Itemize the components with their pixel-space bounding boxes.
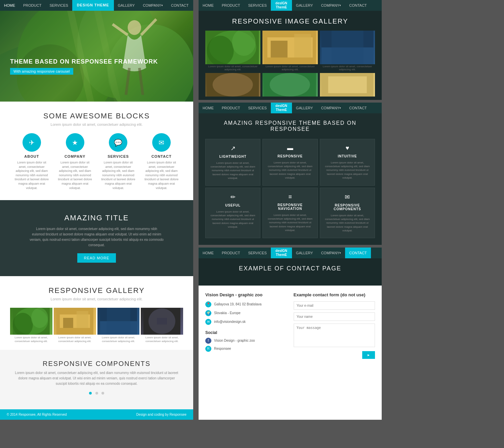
email-dot: ✉ bbox=[205, 319, 211, 325]
dot-3[interactable] bbox=[101, 392, 104, 395]
rp-cap-3: Lorem ipsum dolor sit amet, consectetuer… bbox=[320, 65, 375, 71]
name-input[interactable] bbox=[294, 312, 375, 321]
company-title: COMPANY bbox=[56, 154, 93, 158]
contact-page-panel: HOME PRODUCT SERVICES desIGNThemE GALLER… bbox=[199, 248, 382, 366]
rp-gallery-img-3[interactable] bbox=[320, 31, 375, 64]
feature-nav: ≡ RESPONSIVE NAVIGATION Lorem ipsum dolo… bbox=[262, 188, 318, 238]
features-page-panel: HOME PRODUCT SERVICES desIGNThemE GALLER… bbox=[199, 103, 382, 245]
rp-nav-home-3[interactable]: HOME bbox=[199, 248, 218, 258]
gallery-img-3[interactable] bbox=[97, 308, 140, 335]
contact-info-block: Vision Design - graphic zoo 📍 Gallayova … bbox=[205, 292, 287, 359]
gallery-section: RESPONSIVE GALLERY Lorem ipsum dolor sit… bbox=[0, 276, 193, 350]
services-title: SERVICES bbox=[100, 154, 137, 158]
blocks-heading: SOME AWESOME BLOCKS bbox=[10, 112, 183, 120]
contact-icon: ✉ bbox=[152, 133, 171, 152]
rp-gallery-bottom-row bbox=[205, 73, 375, 97]
nav-desc: Lorem ipsum dolor sit amet, consectetuer… bbox=[266, 213, 314, 232]
svg-point-34 bbox=[213, 73, 253, 97]
gallery-col-1: Lorem ipsum dolor sit amet, consectetuer… bbox=[10, 308, 52, 343]
rp-nav-product-1[interactable]: PRODUCT bbox=[218, 0, 244, 11]
svg-rect-28 bbox=[271, 41, 288, 58]
dot-2[interactable] bbox=[95, 392, 98, 395]
responsive-title: RESPONSIVE bbox=[266, 154, 314, 158]
features-heading: AMAZING RESPONSIVE THEME BASED ON RESPON… bbox=[205, 120, 375, 132]
social-responsee: Responsee bbox=[214, 347, 231, 350]
about-title: ABOUT bbox=[13, 154, 50, 158]
read-more-button[interactable]: READ MORE bbox=[77, 253, 116, 263]
gallery-img-2[interactable] bbox=[54, 308, 96, 335]
useful-desc: Lorem ipsum dolor sit amet, consectetuer… bbox=[209, 210, 257, 229]
rp-gallery-img-4[interactable] bbox=[205, 73, 260, 97]
hero-section: THEME BASED ON RESPONSEE FRAMEWORK With … bbox=[0, 11, 193, 102]
rp-img-svg-2 bbox=[262, 31, 318, 64]
gallery-svg-2 bbox=[54, 308, 96, 335]
nav-design-theme[interactable]: DESIGN THEME bbox=[72, 0, 114, 11]
rp-nav-product-3[interactable]: PRODUCT bbox=[218, 248, 244, 258]
footer-left: © 2014 Responsee, All Rights Reserved bbox=[7, 413, 67, 416]
left-nav: HOME PRODUCT SERVICES DESIGN THEME GALLE… bbox=[0, 0, 193, 11]
contact-body-content: Vision Design - graphic zoo 📍 Gallayova … bbox=[199, 286, 382, 366]
panel-spacer-1 bbox=[199, 100, 382, 103]
rp-nav-1: HOME PRODUCT SERVICES desIGNThemE GALLER… bbox=[199, 0, 382, 11]
rp-nav-services-1[interactable]: SERVICES bbox=[244, 0, 270, 11]
contact-form-block: Example contact form (do not use) ► bbox=[294, 292, 375, 359]
gallery-page-panel: HOME PRODUCT SERVICES desIGNThemE GALLER… bbox=[199, 0, 382, 100]
intuitive-title: INTUITIVE bbox=[324, 154, 371, 158]
rp-nav-services-2[interactable]: SERVICES bbox=[244, 103, 270, 113]
dot-1[interactable] bbox=[89, 392, 92, 395]
rp-nav-theme-3[interactable]: desIGNThemE bbox=[271, 248, 292, 258]
rp-nav-company-3[interactable]: COMPANY bbox=[317, 248, 345, 258]
intuitive-icon: ♥ bbox=[324, 145, 371, 152]
services-desc: Lorem ipsum dolor sit amet, consectetuer… bbox=[100, 160, 137, 190]
rp-nav-theme-1[interactable]: desIGNThemE bbox=[271, 0, 292, 11]
message-textarea[interactable] bbox=[294, 324, 375, 347]
rp-nav-gallery-2[interactable]: GALLERY bbox=[292, 103, 317, 113]
country-dot: 🌍 bbox=[205, 310, 211, 316]
dark-heading: AMAZING TITLE bbox=[10, 214, 183, 222]
gallery-img-4[interactable] bbox=[141, 308, 183, 335]
nav-home[interactable]: HOME bbox=[0, 0, 19, 11]
rp-nav-2: HOME PRODUCT SERVICES desIGNThemE GALLER… bbox=[199, 103, 382, 113]
footer-right: Design and coding by Responsee bbox=[136, 413, 186, 416]
rp-nav-services-3[interactable]: SERVICES bbox=[244, 248, 270, 258]
rp-nav-contact-2[interactable]: CONTACT bbox=[345, 103, 371, 113]
rp-nav-company-1[interactable]: COMPANY bbox=[317, 0, 345, 11]
svg-rect-18 bbox=[107, 308, 130, 335]
rp-nav-gallery-1[interactable]: GALLERY bbox=[292, 0, 317, 11]
email-input[interactable] bbox=[294, 301, 375, 310]
rp-gallery-img-1[interactable] bbox=[205, 31, 260, 64]
rp-nav-home-2[interactable]: HOME bbox=[199, 103, 218, 113]
facebook-icon: f bbox=[205, 338, 211, 344]
rp-nav-theme-2[interactable]: desIGNThemE bbox=[271, 103, 292, 113]
rp-gallery-img-5[interactable] bbox=[262, 73, 318, 97]
nav-contact[interactable]: CONTACT bbox=[167, 0, 193, 11]
rp-img-svg-4 bbox=[205, 73, 260, 97]
rp-nav-contact-1[interactable]: CONTACT bbox=[345, 0, 371, 11]
rp-gallery-img-2[interactable] bbox=[262, 31, 318, 64]
rp-nav-home-1[interactable]: HOME bbox=[199, 0, 218, 11]
rp-nav-3: HOME PRODUCT SERVICES desIGNThemE GALLER… bbox=[199, 248, 382, 258]
submit-button[interactable]: ► bbox=[362, 351, 375, 359]
gallery-col-4: Lorem ipsum dolor sit amet, consectetuer… bbox=[141, 308, 183, 343]
responsee-icon: R bbox=[205, 346, 211, 352]
components-section: RESPONSIVE COMPONENTS Lorem ipsum dolor … bbox=[0, 350, 193, 409]
left-footer: © 2014 Responsee, All Rights Reserved De… bbox=[0, 409, 193, 420]
nav-services[interactable]: SERVICES bbox=[45, 0, 72, 11]
company-desc: Lorem ipsum dolor sit amet, consectetuer… bbox=[56, 160, 93, 190]
rp-gallery-img-6[interactable] bbox=[320, 73, 375, 97]
blocks-section: SOME AWESOME BLOCKS Lorem ipsum dolor si… bbox=[0, 102, 193, 200]
nav-product[interactable]: PRODUCT bbox=[19, 0, 45, 11]
rp-nav-product-2[interactable]: PRODUCT bbox=[218, 103, 244, 113]
feature-intuitive: ♥ INTUITIVE Lorem ipsum dolor sit amet, … bbox=[320, 139, 375, 186]
lightweight-desc: Lorem ipsum dolor sit amet, consectetuer… bbox=[209, 161, 257, 180]
rp-nav-company-2[interactable]: COMPANY bbox=[317, 103, 345, 113]
nav-gallery[interactable]: GALLERY bbox=[114, 0, 139, 11]
svg-rect-21 bbox=[157, 318, 167, 325]
nav-company[interactable]: COMPANY bbox=[139, 0, 167, 11]
social-row-2: R Responsee bbox=[205, 346, 287, 352]
about-desc: Lorem ipsum dolor sit amet, consectetuer… bbox=[13, 160, 50, 190]
block-company: ★ COMPANY Lorem ipsum dolor sit amet, co… bbox=[56, 133, 93, 190]
gallery-img-1[interactable] bbox=[10, 308, 52, 335]
rp-nav-gallery-3[interactable]: GALLERY bbox=[292, 248, 317, 258]
rp-nav-contact-3[interactable]: CONTACT bbox=[345, 248, 371, 258]
